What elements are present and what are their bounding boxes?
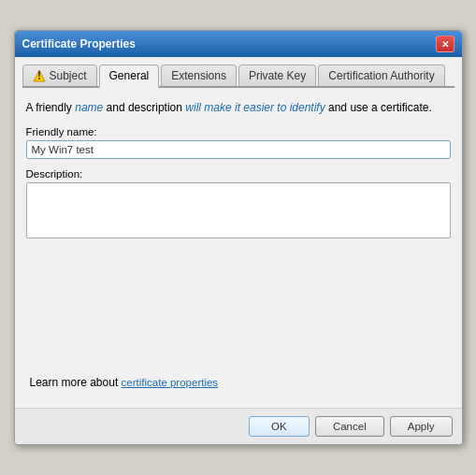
info-action: will make it easier to identify (185, 101, 325, 114)
tab-subject[interactable]: ! Subject (22, 65, 97, 86)
tab-general[interactable]: General (99, 65, 160, 88)
tab-bar: ! Subject General Extensions Private Key… (22, 65, 454, 88)
tab-general-label: General (109, 69, 150, 82)
info-part1: A friendly (26, 101, 76, 114)
svg-text:!: ! (37, 69, 41, 82)
tab-private-key[interactable]: Private Key (238, 65, 316, 86)
tab-subject-label: Subject (50, 69, 87, 82)
friendly-name-label: Friendly name: (26, 126, 451, 137)
close-button[interactable]: ✕ (436, 36, 454, 52)
description-label: Description: (26, 168, 451, 180)
description-input[interactable] (26, 182, 451, 238)
spacer (26, 241, 451, 372)
info-text: A friendly name and description will mak… (26, 99, 451, 116)
info-part3: and use a certificate. (325, 101, 432, 114)
ok-button[interactable]: OK (249, 416, 310, 437)
title-bar-controls: ✕ (436, 36, 454, 52)
tab-certification-authority-label: Certification Authority (328, 69, 434, 82)
window-title: Certificate Properties (22, 37, 136, 50)
info-name: name (75, 101, 103, 114)
tab-extensions[interactable]: Extensions (161, 65, 237, 86)
learn-more-prefix: Learn more about (30, 376, 122, 389)
learn-more-link[interactable]: certificate properties (122, 377, 219, 388)
tab-private-key-label: Private Key (249, 69, 306, 82)
warning-icon: ! (33, 69, 46, 82)
tab-panel-general: A friendly name and description will mak… (22, 95, 454, 399)
footer: OK Cancel Apply (15, 408, 462, 444)
cancel-button[interactable]: Cancel (315, 416, 384, 437)
learn-more-row: Learn more about certificate properties (26, 372, 451, 393)
tab-certification-authority[interactable]: Certification Authority (318, 65, 444, 86)
friendly-name-input[interactable] (26, 140, 451, 159)
title-bar: Certificate Properties ✕ (15, 31, 462, 57)
tab-extensions-label: Extensions (171, 69, 226, 82)
certificate-properties-window: Certificate Properties ✕ ! Subject Gener… (14, 30, 463, 444)
apply-button[interactable]: Apply (390, 416, 453, 437)
info-part2: and description (103, 101, 185, 114)
window-content: ! Subject General Extensions Private Key… (15, 57, 462, 407)
